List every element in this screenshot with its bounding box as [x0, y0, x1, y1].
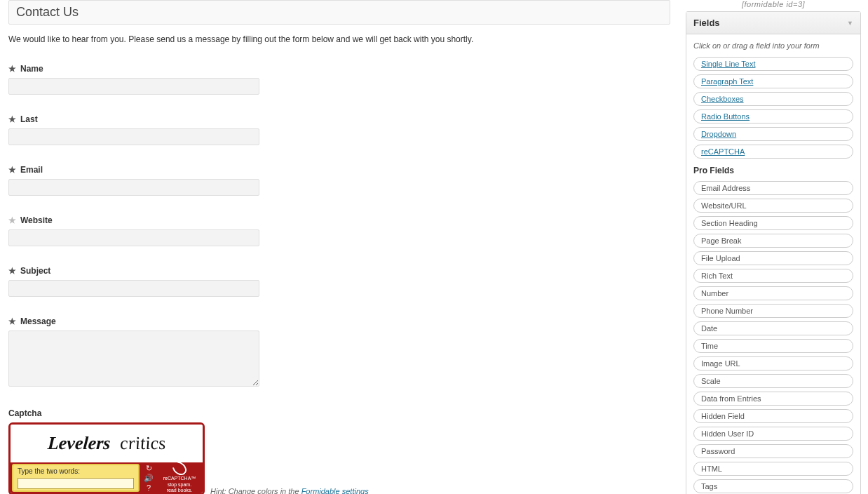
required-icon: ★ — [8, 266, 16, 276]
field-label: ★ Website — [8, 215, 670, 225]
field-type-checkboxes[interactable]: Checkboxes — [693, 92, 853, 106]
optional-icon: ★ — [8, 215, 16, 225]
required-icon: ★ — [8, 114, 16, 124]
recaptcha-input[interactable] — [18, 478, 134, 489]
field-name[interactable]: ★ Name — [8, 64, 670, 95]
field-type-password[interactable]: Password — [693, 444, 853, 458]
form-shortcode: [formidable id=3] — [686, 0, 861, 11]
field-label: ★ Message — [8, 316, 670, 326]
fields-panel-header[interactable]: Fields ▼ — [686, 12, 860, 34]
name-input[interactable] — [8, 78, 259, 95]
form-builder-canvas: Contact Us We would like to hear from yo… — [0, 0, 679, 494]
field-type-website-url[interactable]: Website/URL — [693, 199, 853, 213]
field-type-single-line-text[interactable]: Single Line Text — [693, 57, 853, 71]
captcha-hint: Hint: Change colors in the Formidable se… — [210, 487, 369, 494]
last-input[interactable] — [8, 128, 259, 145]
field-type-hidden-field[interactable]: Hidden Field — [693, 409, 853, 423]
recaptcha-prompt: Type the two words: — [18, 467, 134, 475]
field-website[interactable]: ★ Website — [8, 215, 670, 246]
field-type-hidden-user-id[interactable]: Hidden User ID — [693, 427, 853, 441]
field-type-rich-text[interactable]: Rich Text — [693, 269, 853, 283]
email-input[interactable] — [8, 179, 259, 196]
recaptcha-challenge-image: Levelers critics — [11, 425, 203, 462]
field-type-section-heading[interactable]: Section Heading — [693, 216, 853, 230]
field-type-image-url[interactable]: Image URL — [693, 356, 853, 370]
form-title: Contact Us — [16, 5, 663, 20]
field-type-file-upload[interactable]: File Upload — [693, 251, 853, 265]
field-type-email-address[interactable]: Email Address — [693, 181, 853, 195]
audio-icon[interactable]: 🔊 — [144, 474, 154, 483]
field-type-number[interactable]: Number — [693, 286, 853, 300]
field-type-html[interactable]: HTML — [693, 462, 853, 476]
field-last[interactable]: ★ Last — [8, 114, 670, 145]
website-input[interactable] — [8, 229, 259, 246]
field-email[interactable]: ★ Email — [8, 165, 670, 196]
fields-panel-hint: Click on or drag a field into your form — [693, 41, 853, 50]
field-label: ★ Email — [8, 165, 670, 175]
field-type-radio-buttons[interactable]: Radio Buttons — [693, 109, 853, 124]
formidable-settings-link[interactable]: Formidable settings — [301, 487, 369, 494]
field-type-tags[interactable]: Tags — [693, 479, 853, 493]
form-title-bar[interactable]: Contact Us — [8, 0, 670, 25]
field-type-date[interactable]: Date — [693, 321, 853, 335]
help-icon[interactable]: ? — [147, 483, 151, 492]
field-type-page-break[interactable]: Page Break — [693, 234, 853, 248]
field-type-time[interactable]: Time — [693, 339, 853, 353]
field-type-scale[interactable]: Scale — [693, 374, 853, 388]
field-message[interactable]: ★ Message — [8, 316, 670, 389]
field-type-data-from-entries[interactable]: Data from Entries — [693, 392, 853, 406]
pro-fields-heading: Pro Fields — [693, 166, 853, 175]
field-label: ★ Name — [8, 64, 670, 74]
recaptcha-entry-box: Type the two words: — [12, 464, 140, 492]
recaptcha-brand: reCAPTCHA™ stop spam. read books. — [156, 462, 203, 493]
field-type-paragraph-text[interactable]: Paragraph Text — [693, 74, 853, 88]
field-captcha[interactable]: Captcha Levelers critics Type the two wo… — [8, 408, 670, 494]
recaptcha-controls: ↻ 🔊 ? — [141, 462, 156, 493]
field-type-recaptcha[interactable]: reCAPTCHA — [693, 145, 853, 159]
fields-panel-title: Fields — [693, 18, 720, 28]
message-textarea[interactable] — [8, 331, 259, 387]
field-type-dropdown[interactable]: Dropdown — [693, 127, 853, 141]
field-type-phone-number[interactable]: Phone Number — [693, 304, 853, 318]
captcha-label: Captcha — [8, 408, 670, 418]
required-icon: ★ — [8, 64, 16, 74]
required-icon: ★ — [8, 165, 16, 175]
fields-sidebar: [formidable id=3] Fields ▼ Click on or d… — [686, 0, 861, 494]
required-icon: ★ — [8, 316, 16, 326]
field-subject[interactable]: ★ Subject — [8, 266, 670, 297]
fields-panel: Fields ▼ Click on or drag a field into y… — [686, 11, 861, 494]
field-label: ★ Subject — [8, 266, 670, 276]
subject-input[interactable] — [8, 280, 259, 297]
field-label: ★ Last — [8, 114, 670, 124]
recaptcha-widget: Levelers critics Type the two words: ↻ 🔊… — [8, 422, 205, 494]
form-description[interactable]: We would like to hear from you. Please s… — [8, 34, 670, 44]
collapse-icon[interactable]: ▼ — [847, 20, 853, 27]
refresh-icon[interactable]: ↻ — [146, 464, 152, 473]
